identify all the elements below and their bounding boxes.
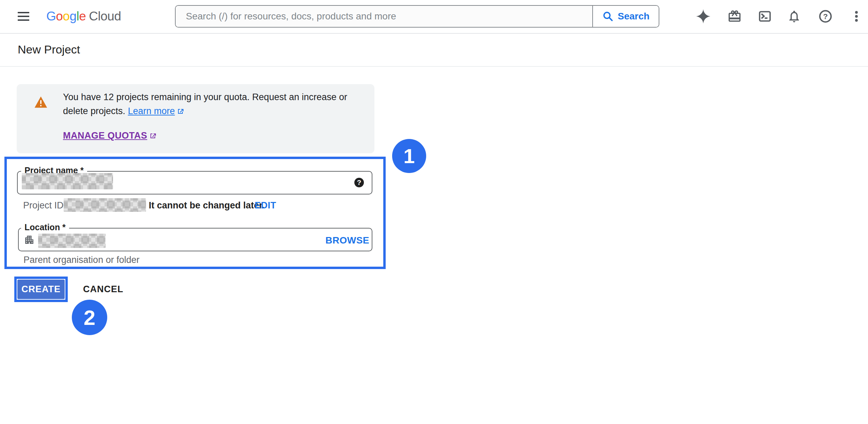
manage-quotas-link[interactable]: MANAGE QUOTAS xyxy=(63,130,157,141)
notifications-button[interactable] xyxy=(786,9,802,24)
annotation-step2-badge: 2 xyxy=(72,300,107,335)
cloud-shell-icon xyxy=(758,9,772,23)
gemini-button[interactable] xyxy=(695,9,711,24)
quota-message-line2: delete projects. Learn more xyxy=(63,106,184,116)
cancel-button[interactable]: CANCEL xyxy=(83,281,124,297)
project-id-redacted-value xyxy=(64,198,146,212)
page-title: New Project xyxy=(18,43,80,56)
logo-letter: g xyxy=(69,9,76,23)
main-menu-button[interactable] xyxy=(16,9,31,24)
notifications-bell-icon xyxy=(787,9,801,23)
google-cloud-logo[interactable]: G o o g l e Cloud xyxy=(46,7,121,25)
gift-icon xyxy=(727,9,742,23)
external-link-icon xyxy=(149,132,157,140)
location-helper-text: Parent organisation or folder xyxy=(23,255,140,265)
more-options-button[interactable] xyxy=(849,9,864,24)
help-icon: ? xyxy=(818,9,833,24)
project-name-help-icon[interactable]: ? xyxy=(354,178,364,187)
help-button[interactable]: ? xyxy=(818,9,833,24)
location-label: Location * xyxy=(21,222,69,232)
cloud-shell-button[interactable] xyxy=(757,9,773,24)
free-trial-offers-button[interactable] xyxy=(727,9,742,24)
logo-letter: G xyxy=(46,9,56,23)
logo-cloud-word: Cloud xyxy=(89,9,121,23)
create-button[interactable]: CREATE xyxy=(17,280,65,299)
svg-text:?: ? xyxy=(823,12,828,21)
gcp-new-project-page: G o o g l e Cloud Search xyxy=(0,0,868,424)
more-vert-icon xyxy=(850,10,863,23)
warning-icon xyxy=(34,96,48,108)
logo-letter: o xyxy=(56,9,63,23)
project-id-note: It cannot be changed later. xyxy=(149,200,265,211)
hamburger-icon xyxy=(18,12,29,13)
external-link-icon xyxy=(176,107,184,115)
project-id-prefix: Project ID: xyxy=(23,200,66,211)
organization-building-icon xyxy=(24,234,35,246)
search-bar: Search xyxy=(175,5,659,28)
logo-letter: l xyxy=(77,9,79,23)
edit-project-id-button[interactable]: EDIT xyxy=(255,200,276,211)
search-button[interactable]: Search xyxy=(593,6,659,27)
search-icon xyxy=(602,11,614,22)
logo-letter: o xyxy=(63,9,69,23)
quota-warning-banner: You have 12 projects remaining in your q… xyxy=(17,84,374,153)
annotation-step1-badge: 1 xyxy=(392,139,426,173)
browse-location-button[interactable]: BROWSE xyxy=(325,235,369,246)
header-divider xyxy=(0,66,868,67)
search-input[interactable] xyxy=(176,6,593,27)
location-redacted-value xyxy=(38,234,106,248)
project-name-redacted-value xyxy=(22,173,113,189)
quota-message-line1: You have 12 projects remaining in your q… xyxy=(63,92,347,103)
logo-letter: e xyxy=(79,9,86,23)
top-app-bar: G o o g l e Cloud Search xyxy=(0,0,868,34)
gemini-sparkle-icon xyxy=(696,9,711,24)
search-button-label: Search xyxy=(618,11,649,22)
learn-more-link[interactable]: Learn more xyxy=(128,106,175,116)
